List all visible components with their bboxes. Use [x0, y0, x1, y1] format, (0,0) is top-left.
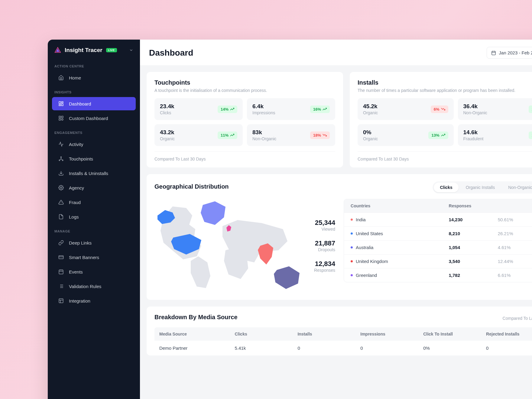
tab-organic-installs[interactable]: Organic Installs — [460, 183, 501, 192]
stat-value: 0% — [363, 129, 378, 136]
svg-rect-5 — [59, 105, 60, 106]
sidebar-item-label: Touchpoints — [69, 156, 93, 161]
delta-value: 14% — [221, 107, 229, 112]
stat-label: Non-Organic — [252, 136, 276, 141]
svg-rect-19 — [59, 270, 63, 274]
live-badge: LIVE — [106, 48, 117, 52]
section-label-engagements: ENGAGEMENTS — [48, 125, 140, 137]
delta-value: 16% — [313, 107, 321, 112]
color-dot — [351, 219, 353, 221]
section-label-action-centre: ACTION CENTRE — [48, 59, 140, 70]
percent-value: 12.44% — [498, 259, 532, 264]
sidebar-item-smart-banners[interactable]: Smart Banners — [52, 251, 136, 264]
metric-value: 12,834 — [314, 260, 335, 268]
stat-value: 45.2k — [363, 103, 378, 110]
brand-logo-icon — [54, 47, 61, 54]
th: Impressions — [360, 332, 423, 336]
delta-badge: 14% — [218, 105, 237, 113]
trend-down-icon — [323, 133, 327, 137]
sidebar-item-label: Custom Dashboard — [69, 116, 108, 121]
stat-value: 83k — [252, 129, 276, 136]
th: Clicks — [235, 332, 297, 336]
section-label-manage: MANAGE — [48, 224, 140, 235]
sidebar-item-home[interactable]: Home — [52, 71, 136, 84]
svg-rect-17 — [59, 256, 63, 259]
tab-clicks[interactable]: Clicks — [434, 183, 458, 192]
sidebar-item-fraud[interactable]: Fraud — [52, 196, 136, 209]
sidebar-item-custom-dashboard[interactable]: Custom Dashboard — [52, 112, 136, 125]
sidebar-item-label: Smart Banners — [69, 255, 99, 260]
stat-value: 6.4k — [252, 103, 275, 110]
svg-rect-7 — [62, 116, 63, 118]
dashboard-icon — [58, 101, 64, 107]
tab-nonorganic-installs[interactable]: Non-Organic Installs — [502, 183, 532, 192]
stat-card: 6.4k Impressions 16% — [247, 98, 335, 120]
sidebar-item-touchpoints[interactable]: Touchpoints — [52, 152, 136, 165]
gear-icon — [58, 185, 64, 191]
color-dot — [351, 232, 353, 235]
link-icon — [58, 240, 64, 246]
stat-label: Fraudulent — [463, 136, 484, 141]
country-name: United States — [356, 231, 383, 236]
sidebar-item-integration[interactable]: Integration — [52, 294, 136, 307]
svg-point-10 — [61, 157, 62, 157]
country-name: Australia — [356, 245, 373, 250]
panel-installs: Installs The number of times a particula… — [350, 72, 532, 167]
td: Demo Partner — [159, 345, 235, 351]
world-map[interactable] — [154, 199, 306, 293]
td: 0% — [423, 345, 486, 351]
sidebar-item-label: Fraud — [69, 200, 81, 205]
stat-card: 43.2k Organic 11% — [154, 124, 243, 146]
card-icon — [58, 254, 64, 260]
activity-icon — [58, 141, 64, 147]
stat-card: 36.4k Non-Organic 12% — [458, 98, 532, 120]
table-row[interactable]: India 14,230 50.61% — [344, 212, 532, 226]
stat-card: 23.4k Clicks 14% — [154, 98, 243, 120]
sidebar-item-label: Dashboard — [69, 101, 91, 106]
stat-label: Impressions — [252, 110, 275, 115]
compared-label: Compared To Last 30 Days — [503, 316, 532, 321]
svg-point-14 — [60, 187, 62, 189]
stat-value: 14.6k — [463, 129, 484, 136]
table-row[interactable]: Greenland 1,782 6.61% — [344, 268, 532, 282]
sidebar-item-agency[interactable]: Agency — [52, 181, 136, 194]
responses-value: 3,540 — [449, 259, 498, 264]
td: 0 — [297, 345, 360, 351]
sidebar-item-deep-links[interactable]: Deep Links — [52, 236, 136, 249]
svg-rect-3 — [62, 102, 63, 103]
table-row[interactable]: United States 8,210 26.21% — [344, 226, 532, 240]
sidebar-item-logs[interactable]: Logs — [52, 210, 136, 223]
delta-value: 11% — [221, 133, 229, 138]
delta-badge: 18% — [310, 131, 330, 139]
table-row[interactable]: Demo Partner5.41k000%0 — [154, 341, 532, 355]
date-range-picker[interactable]: Jan 2023 - Feb 2023 — [487, 47, 532, 59]
table-row[interactable]: United Kingdom 3,540 12.44% — [344, 254, 532, 268]
svg-rect-29 — [59, 299, 63, 303]
alert-icon — [58, 199, 64, 205]
sidebar-item-validation-rules[interactable]: Validation Rules — [52, 280, 136, 293]
sidebar-item-label: Validation Rules — [69, 284, 101, 289]
sidebar-item-installs[interactable]: Installs & Uninstalls — [52, 167, 136, 180]
file-icon — [58, 214, 64, 220]
delta-badge: 6% — [431, 105, 448, 113]
page-title: Dashboard — [149, 48, 193, 58]
geo-metric: 25,344 Viewed — [314, 219, 335, 232]
sidebar-item-events[interactable]: Events — [52, 265, 136, 278]
home-icon — [58, 75, 64, 81]
trend-up-icon — [441, 133, 445, 137]
responses-value: 14,230 — [449, 217, 498, 222]
percent-value: 50.61% — [498, 217, 532, 222]
stat-label: Clicks — [160, 110, 174, 115]
stat-card: 14.6k Fraudulent 16% — [458, 124, 532, 146]
sidebar-item-dashboard[interactable]: Dashboard — [52, 97, 136, 110]
sidebar-item-label: Events — [69, 269, 83, 274]
table-row[interactable]: Australia 1,054 4.61% — [344, 240, 532, 254]
list-icon — [58, 283, 64, 289]
panel-subtitle: A touchpoint is the initialisation of a … — [154, 88, 335, 93]
trend-down-icon — [441, 107, 445, 111]
brand-selector[interactable]: Insight Tracer LIVE — [48, 40, 140, 59]
stat-value: 23.4k — [160, 103, 174, 110]
svg-rect-6 — [59, 116, 60, 118]
sidebar-item-activity[interactable]: Activity — [52, 138, 136, 151]
svg-rect-4 — [62, 104, 63, 106]
